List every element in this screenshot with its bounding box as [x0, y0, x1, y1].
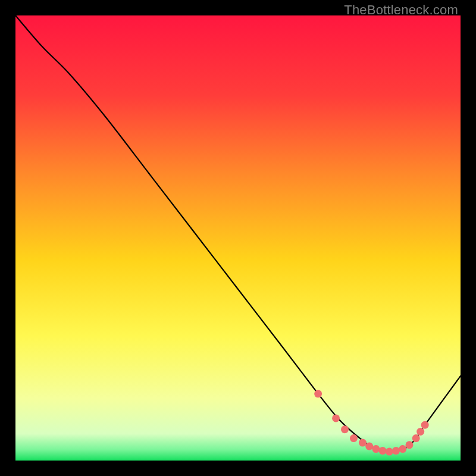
bottleneck-chart	[15, 15, 461, 461]
marker-dot	[372, 445, 380, 453]
gradient-background	[15, 15, 461, 461]
marker-dot	[341, 425, 349, 433]
marker-dot	[399, 445, 406, 453]
marker-dot	[412, 434, 420, 442]
marker-dot	[386, 448, 393, 456]
marker-dot	[365, 443, 373, 450]
marker-dot	[314, 390, 322, 397]
marker-dot	[379, 447, 387, 455]
chart-frame	[15, 15, 461, 461]
marker-dot	[405, 441, 413, 449]
marker-dot	[416, 428, 424, 436]
marker-dot	[392, 447, 400, 455]
marker-dot	[350, 434, 358, 442]
marker-dot	[359, 439, 367, 447]
marker-dot	[332, 414, 340, 422]
marker-dot	[421, 421, 429, 429]
